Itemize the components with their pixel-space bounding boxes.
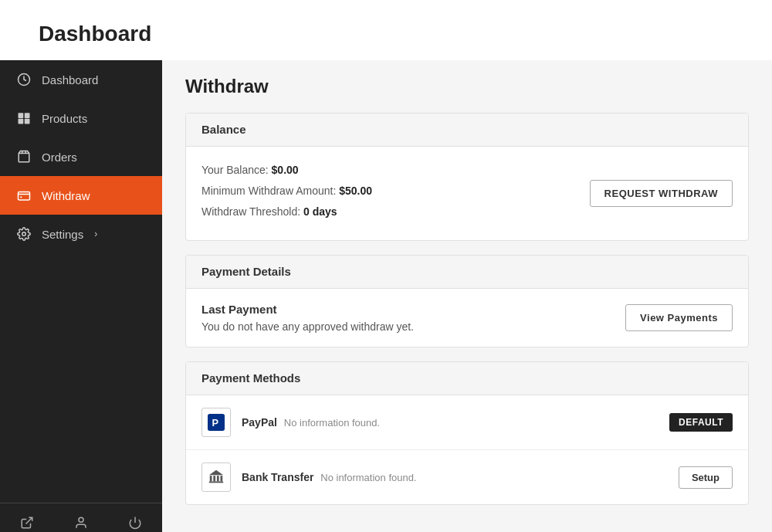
svg-point-9: [20, 196, 22, 198]
svg-point-12: [79, 517, 83, 522]
sidebar-logout-button[interactable]: [108, 503, 162, 532]
bank-transfer-label: Bank Transfer No information found.: [242, 471, 679, 483]
last-payment-title: Last Payment: [201, 303, 414, 316]
page-title: Dashboard: [0, 0, 772, 60]
balance-card: Balance Your Balance: $0.00 Minimum With…: [185, 113, 749, 241]
user-icon: [74, 516, 88, 530]
svg-rect-3: [19, 119, 24, 124]
svg-rect-4: [25, 119, 30, 124]
svg-rect-21: [209, 482, 223, 483]
payment-methods-card: Payment Methods P PayPal No information …: [185, 361, 749, 505]
svg-line-11: [26, 517, 32, 524]
bank-transfer-row: Bank Transfer No information found. Setu…: [186, 450, 748, 504]
svg-rect-18: [217, 476, 219, 481]
threshold-line: Withdraw Threshold: 0 days: [201, 204, 372, 220]
min-withdraw-line: Minimum Withdraw Amount: $50.00: [201, 183, 372, 199]
bank-icon-wrapper: [201, 463, 231, 492]
sidebar-item-dashboard-label: Dashboard: [42, 73, 98, 86]
svg-point-10: [22, 232, 26, 236]
bank-transfer-no-info: No information found.: [320, 472, 416, 483]
svg-marker-20: [209, 470, 223, 475]
payment-details-card-title: Payment Details: [201, 265, 291, 278]
sidebar-item-products-label: Products: [42, 112, 87, 125]
settings-arrow-icon: ›: [94, 229, 97, 239]
request-withdraw-button[interactable]: REQUEST WITHDRAW: [590, 180, 733, 207]
balance-line: Your Balance: $0.00: [201, 162, 372, 178]
sidebar-item-products[interactable]: Products: [0, 99, 162, 137]
power-icon: [128, 516, 142, 530]
withdraw-page-title: Withdraw: [185, 76, 749, 97]
orders-icon: [15, 148, 32, 165]
sidebar-external-link-button[interactable]: [0, 503, 54, 532]
payment-methods-card-title: Payment Methods: [201, 371, 300, 385]
sidebar-item-withdraw[interactable]: Withdraw: [0, 176, 162, 215]
sidebar-item-orders[interactable]: Orders: [0, 137, 162, 176]
sidebar-item-dashboard[interactable]: Dashboard: [0, 60, 162, 99]
main-content: Withdraw Balance Your Balance: $0.00 Min…: [162, 60, 772, 532]
balance-card-body: Your Balance: $0.00 Minimum Withdraw Amo…: [186, 147, 748, 240]
svg-rect-19: [221, 476, 223, 481]
sidebar-nav: Dashboard Products: [0, 60, 162, 503]
paypal-label: PayPal No information found.: [242, 416, 669, 429]
balance-value: $0.00: [272, 164, 299, 176]
balance-info: Your Balance: $0.00 Minimum Withdraw Amo…: [201, 162, 372, 225]
sidebar-bottom-bar: [0, 503, 162, 532]
paypal-icon-wrapper: P: [201, 408, 231, 437]
last-payment-text: You do not have any approved withdraw ye…: [201, 320, 414, 333]
balance-card-header: Balance: [186, 114, 748, 147]
svg-rect-2: [25, 113, 30, 118]
dashboard-icon: [15, 71, 32, 88]
svg-text:P: P: [212, 417, 219, 429]
sidebar-item-settings-label: Settings: [42, 228, 83, 241]
payment-methods-card-header: Payment Methods: [186, 362, 748, 395]
paypal-icon: P: [208, 414, 225, 431]
view-payments-button[interactable]: View Payments: [625, 304, 733, 331]
svg-rect-8: [19, 192, 30, 201]
svg-rect-16: [210, 476, 212, 481]
sidebar-item-withdraw-label: Withdraw: [42, 189, 90, 202]
min-withdraw-value: $50.00: [339, 185, 372, 197]
bank-transfer-setup-button[interactable]: Setup: [679, 466, 733, 489]
svg-rect-17: [213, 476, 215, 481]
withdraw-icon: [15, 187, 32, 204]
external-link-icon: [20, 516, 34, 530]
last-payment-info: Last Payment You do not have any approve…: [201, 303, 414, 333]
payment-details-card-body: Last Payment You do not have any approve…: [186, 289, 748, 347]
svg-rect-1: [19, 113, 24, 118]
settings-icon: [15, 225, 32, 242]
products-icon: [15, 110, 32, 127]
paypal-row: P PayPal No information found. DEFAULT: [186, 395, 748, 450]
sidebar-item-settings[interactable]: Settings ›: [0, 215, 162, 253]
bank-icon: [208, 469, 225, 486]
threshold-value: 0 days: [303, 205, 337, 218]
paypal-default-badge: DEFAULT: [669, 413, 733, 432]
sidebar-item-orders-label: Orders: [42, 151, 77, 164]
payment-details-card: Payment Details Last Payment You do not …: [185, 255, 749, 347]
payment-details-card-header: Payment Details: [186, 256, 748, 289]
sidebar-user-button[interactable]: [54, 503, 108, 532]
paypal-no-info: No information found.: [284, 417, 380, 429]
sidebar: Dashboard Products: [0, 60, 162, 532]
balance-card-title: Balance: [201, 123, 246, 136]
